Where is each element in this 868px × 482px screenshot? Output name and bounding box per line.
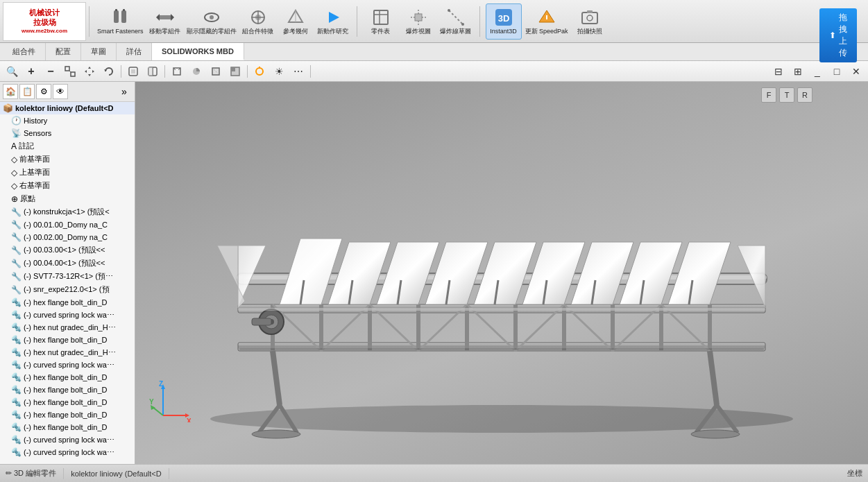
tree-item-right-plane[interactable]: ◇右基準面 bbox=[0, 179, 135, 192]
svg-rect-46 bbox=[148, 67, 153, 76]
tree-item-icon-history: 🕐 bbox=[11, 116, 22, 126]
svg-line-36 bbox=[69, 71, 71, 72]
status-icon: ✏ bbox=[6, 469, 12, 478]
upload-button[interactable]: ⬆ 拖拽上传 bbox=[819, 8, 857, 62]
tree-item-origin[interactable]: ⊕原點 bbox=[0, 192, 135, 205]
tree-item-history[interactable]: 🕐History bbox=[0, 114, 135, 127]
close-viewport-btn[interactable]: ✕ bbox=[847, 63, 865, 80]
speedpak-button[interactable]: 更新 SpeedPak bbox=[523, 3, 570, 40]
tree-item-icon-right-plane: ◇ bbox=[11, 181, 17, 191]
instant3d-button[interactable]: 3D Instant3D bbox=[486, 3, 522, 40]
ambient-btn[interactable]: ☀ bbox=[270, 63, 288, 80]
tree-item-part-001[interactable]: 🔧(-) 00.01.00_Domy na_C bbox=[0, 218, 135, 231]
tree-item-bolt7[interactable]: 🔩(-) hex flange bolt_din_D bbox=[0, 421, 135, 433]
zoom-out-btn[interactable]: − bbox=[42, 63, 60, 80]
tree-item-part-002[interactable]: 🔧(-) 00.02.00_Domy na_C bbox=[0, 231, 135, 243]
tree-item-label-nut2: (-) hex nut gradec_din_H⋯ bbox=[24, 348, 116, 357]
tree-item-bolt3[interactable]: 🔩(-) hex flange bolt_din_D bbox=[0, 371, 135, 384]
tab-solidworks-mbd[interactable]: SOLIDWORKS MBD bbox=[152, 43, 244, 60]
new-motion-button[interactable]: 新動作研究 bbox=[315, 3, 351, 40]
tree-display-btn[interactable]: 👁 bbox=[53, 84, 68, 99]
tree-item-spring4[interactable]: 🔩(-) curved spring lock wa⋯ bbox=[0, 446, 135, 458]
tree-property-btn[interactable]: 📋 bbox=[19, 84, 35, 99]
display-mode-btn[interactable] bbox=[226, 63, 244, 80]
tree-item-snr[interactable]: 🔧(-) snr_expe212.0<1> (預 bbox=[0, 283, 135, 296]
view-front-btn[interactable]: F bbox=[761, 87, 776, 103]
tree-item-label-history: History bbox=[24, 117, 47, 125]
tree-item-front-plane[interactable]: ◇前基準面 bbox=[0, 153, 135, 166]
appearance-btn[interactable] bbox=[250, 63, 269, 80]
tree-item-notes[interactable]: A註記 bbox=[0, 139, 135, 153]
tree-item-sensors[interactable]: 📡Sensors bbox=[0, 127, 135, 139]
reference-geometry-button[interactable]: 參考幾何 bbox=[278, 3, 314, 40]
svg-rect-4 bbox=[158, 15, 173, 19]
cascade-btn[interactable]: ⊞ bbox=[789, 63, 807, 80]
tree-item-part-003[interactable]: 🔧(-) 00.03.00<1> (預設<< bbox=[0, 243, 135, 257]
tree-root-item[interactable]: 📦 kolektor liniowy (Default<D bbox=[0, 102, 135, 114]
tree-config-btn[interactable]: ⚙ bbox=[36, 84, 51, 99]
hidden-lines-btn[interactable] bbox=[207, 63, 225, 80]
svg-rect-1 bbox=[115, 9, 117, 11]
maximize-viewport-btn[interactable]: □ bbox=[828, 63, 846, 80]
zoom-in-btn[interactable]: + bbox=[22, 63, 40, 80]
toolbar-sep-2 bbox=[357, 6, 357, 37]
tree-item-spring1[interactable]: 🔩(-) curved spring lock wa⋯ bbox=[0, 309, 135, 321]
select-btn[interactable] bbox=[124, 63, 142, 80]
speedpak-icon bbox=[537, 8, 556, 27]
smart-fasteners-button[interactable]: Smart Fasteners bbox=[95, 3, 146, 40]
explode-view-button[interactable]: 爆炸視圖 bbox=[400, 3, 436, 40]
3d-viewport[interactable]: Z X Y F T R bbox=[135, 82, 868, 464]
tab-drawing[interactable]: 草圖 bbox=[81, 43, 117, 60]
status-edit: ✏ 3D 編輯零件 bbox=[6, 468, 56, 479]
zoom-fit-btn[interactable] bbox=[61, 63, 79, 80]
tree-item-nut2[interactable]: 🔩(-) hex nut gradec_din_H⋯ bbox=[0, 346, 135, 359]
minimize-viewport-btn[interactable]: _ bbox=[808, 63, 826, 80]
view-top-btn[interactable]: T bbox=[779, 87, 794, 103]
tree-item-label-spring1: (-) curved spring lock wa⋯ bbox=[24, 311, 114, 320]
root-label: kolektor liniowy (Default<D bbox=[15, 104, 114, 112]
pan-btn[interactable] bbox=[80, 63, 99, 80]
show-parts-button[interactable]: 顯示隱藏的零組件 bbox=[185, 3, 239, 40]
tree-item-bolt6[interactable]: 🔩(-) hex flange bolt_din_D bbox=[0, 408, 135, 421]
wireframe-btn[interactable] bbox=[168, 63, 186, 80]
app-logo: 机械设计 拉圾场 www.me2bw.com bbox=[3, 2, 86, 41]
snapshot-button[interactable]: 拍攝快照 bbox=[572, 3, 608, 40]
parts-list-button[interactable]: 零件表 bbox=[363, 3, 399, 40]
section-view-btn[interactable] bbox=[144, 63, 162, 80]
tree-expand-btn[interactable]: » bbox=[117, 84, 132, 99]
snapshot-icon bbox=[580, 8, 599, 27]
tree-item-label-konstrukcja: (-) konstrukcja<1> (預設< bbox=[24, 207, 110, 217]
tree-item-part-004[interactable]: 🔧(-) 00.04.00<1> (預設<< bbox=[0, 257, 135, 270]
tree-item-nut1[interactable]: 🔩(-) hex nut gradec_din_H⋯ bbox=[0, 321, 135, 334]
tab-evaluation[interactable]: 詳估 bbox=[117, 43, 152, 60]
svg-line-79 bbox=[273, 351, 280, 405]
toolbar-sep-3 bbox=[479, 6, 480, 37]
move-parts-button[interactable]: 移動零組件 bbox=[147, 3, 183, 40]
rotate-btn[interactable] bbox=[100, 63, 118, 80]
tree-item-spring3[interactable]: 🔩(-) curved spring lock wa⋯ bbox=[0, 433, 135, 446]
tree-item-label-bolt6: (-) hex flange bolt_din_D bbox=[24, 411, 107, 419]
explode-view-label: 爆炸視圖 bbox=[406, 28, 431, 35]
tree-item-bolt1[interactable]: 🔩(-) hex flange bolt_din_D bbox=[0, 296, 135, 309]
tree-item-top-plane[interactable]: ◇上基準面 bbox=[0, 166, 135, 179]
shaded-btn[interactable] bbox=[187, 63, 205, 80]
search-btn[interactable]: 🔍 bbox=[3, 63, 21, 80]
tree-item-svt7[interactable]: 🔧(-) SVT7-73-12R<1> (預⋯ bbox=[0, 270, 135, 283]
tab-configuration[interactable]: 配置 bbox=[46, 43, 81, 60]
tree-item-konstrukcja[interactable]: 🔧(-) konstrukcja<1> (預設< bbox=[0, 205, 135, 218]
more-view-btn[interactable]: ⋯ bbox=[289, 63, 307, 80]
tile-windows-btn[interactable]: ⊟ bbox=[769, 63, 788, 80]
status-sep-1 bbox=[63, 468, 64, 479]
tree-item-bolt5[interactable]: 🔩(-) hex flange bolt_din_D bbox=[0, 396, 135, 408]
assembly-features-button[interactable]: 組合件特徵 bbox=[240, 3, 276, 40]
tree-item-bolt2[interactable]: 🔩(-) hex flange bolt_din_D bbox=[0, 334, 135, 346]
tree-feature-btn[interactable]: 🏠 bbox=[3, 84, 18, 99]
tree-item-label-svt7: (-) SVT7-73-12R<1> (預⋯ bbox=[24, 271, 113, 282]
tab-assembly[interactable]: 組合件 bbox=[3, 43, 46, 60]
tree-item-bolt4[interactable]: 🔩(-) hex flange bolt_din_D bbox=[0, 384, 135, 396]
tree-item-label-bolt2: (-) hex flange bolt_din_D bbox=[24, 336, 107, 344]
explode-line-button[interactable]: 爆炸線草圖 bbox=[438, 3, 474, 40]
view-right-btn[interactable]: R bbox=[797, 87, 812, 103]
parts-list-label: 零件表 bbox=[371, 28, 390, 35]
tree-item-spring2[interactable]: 🔩(-) curved spring lock wa⋯ bbox=[0, 359, 135, 371]
